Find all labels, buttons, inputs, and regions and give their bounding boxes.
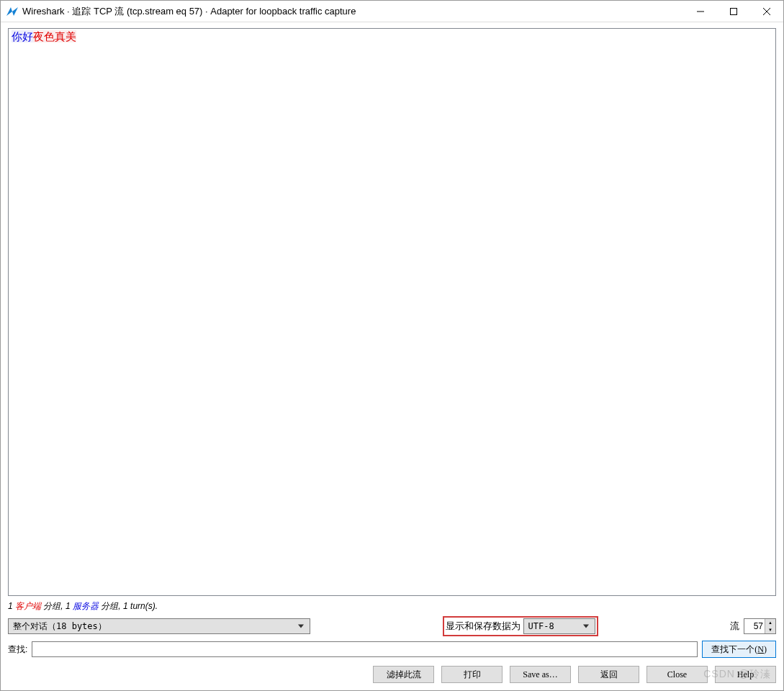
maximize-icon bbox=[730, 8, 737, 15]
wireshark-follow-stream-window: Wireshark · 追踪 TCP 流 (tcp.stream eq 57) … bbox=[0, 0, 784, 691]
stream-number-label: 流 bbox=[730, 620, 739, 633]
spinbox-arrows: ▲ ▼ bbox=[765, 619, 775, 633]
find-input[interactable] bbox=[32, 641, 698, 657]
find-label: 查找: bbox=[8, 643, 27, 656]
stream-content[interactable]: 你好夜色真美 bbox=[8, 28, 776, 596]
minimize-icon bbox=[697, 8, 704, 15]
stream-text-server: 夜色真美 bbox=[33, 30, 76, 42]
encoding-highlight-box: 显示和保存数据为 UTF-8 bbox=[443, 616, 598, 636]
titlebar: Wireshark · 追踪 TCP 流 (tcp.stream eq 57) … bbox=[1, 1, 783, 22]
close-icon bbox=[763, 8, 770, 15]
stream-number-spinbox[interactable]: ▲ ▼ bbox=[744, 618, 776, 634]
print-button[interactable]: 打印 bbox=[441, 666, 503, 683]
window-controls bbox=[684, 1, 783, 22]
conversation-select[interactable]: 整个对话（18 bytes） bbox=[8, 618, 310, 634]
find-row: 查找: 查找下一个(N) bbox=[8, 640, 776, 659]
status-server-word: 服务器 bbox=[73, 601, 99, 611]
stream-number-input[interactable] bbox=[744, 619, 765, 633]
status-suffix: 分组, 1 turn(s). bbox=[99, 601, 158, 611]
conversation-select-value: 整个对话（18 bytes） bbox=[13, 620, 107, 633]
encoding-label: 显示和保存数据为 bbox=[446, 620, 521, 633]
wireshark-icon bbox=[6, 6, 18, 17]
status-client-word: 客户端 bbox=[15, 601, 41, 611]
svg-rect-1 bbox=[731, 9, 737, 15]
dialog-buttons-row: 滤掉此流 打印 Save as… 返回 Close Help bbox=[8, 666, 776, 683]
find-next-suffix: ) bbox=[764, 644, 767, 655]
options-row: 整个对话（18 bytes） 显示和保存数据为 UTF-8 流 ▲ ▼ bbox=[8, 617, 776, 636]
back-button[interactable]: 返回 bbox=[578, 666, 639, 683]
packet-status-line: 1 客户端 分组, 1 服务器 分组, 1 turn(s). bbox=[8, 600, 776, 613]
status-mid: 分组, 1 bbox=[41, 601, 73, 611]
window-title: Wireshark · 追踪 TCP 流 (tcp.stream eq 57) … bbox=[22, 5, 684, 18]
status-prefix: 1 bbox=[8, 601, 15, 611]
spin-up-button[interactable]: ▲ bbox=[765, 619, 775, 626]
encoding-select-value: UTF-8 bbox=[528, 621, 554, 631]
save-as-button[interactable]: Save as… bbox=[510, 666, 571, 683]
stream-text-client: 你好 bbox=[12, 30, 33, 42]
find-next-button[interactable]: 查找下一个(N) bbox=[702, 641, 776, 658]
find-next-prefix: 查找下一个( bbox=[711, 643, 757, 656]
help-button[interactable]: Help bbox=[715, 666, 776, 683]
find-next-key: N bbox=[757, 644, 764, 655]
filter-out-stream-button[interactable]: 滤掉此流 bbox=[373, 666, 434, 683]
encoding-select[interactable]: UTF-8 bbox=[523, 618, 595, 634]
close-button[interactable]: Close bbox=[646, 666, 708, 683]
close-window-button[interactable] bbox=[750, 1, 783, 22]
maximize-button[interactable] bbox=[717, 1, 750, 22]
minimize-button[interactable] bbox=[684, 1, 717, 22]
spin-down-button[interactable]: ▼ bbox=[765, 626, 775, 633]
